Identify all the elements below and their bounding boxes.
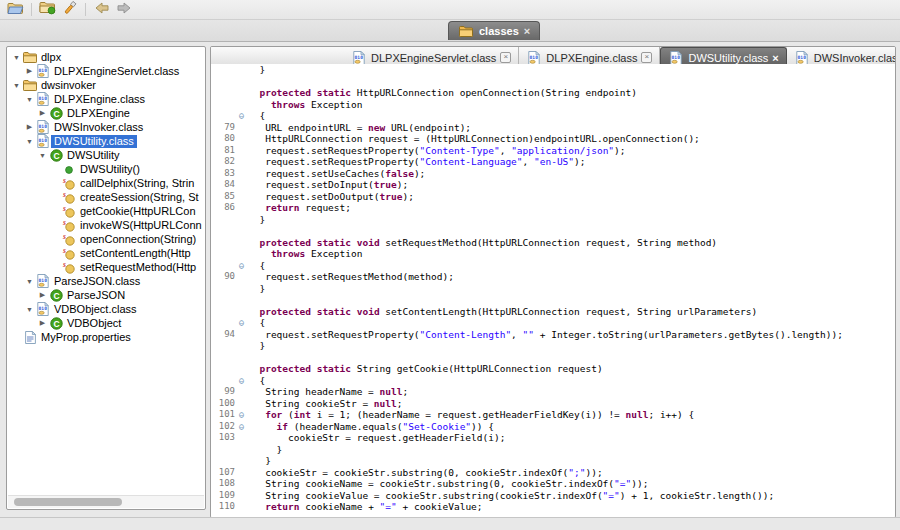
tree-expanded-arrow-icon[interactable]: ▼	[24, 96, 35, 103]
tree-item[interactable]: scallDelphix(String, Strin	[8, 176, 204, 190]
class-file-icon: 010	[35, 302, 51, 316]
code-editor[interactable]: } protected static HttpURLConnection ope…	[211, 64, 895, 517]
line-number	[211, 214, 235, 226]
tree-item[interactable]: ▶CVDBObject	[8, 316, 204, 330]
code-line: ⊖ {	[211, 375, 895, 387]
fold-spacer	[235, 168, 248, 180]
open-file-button[interactable]	[5, 1, 26, 18]
tree-expanded-arrow-icon[interactable]: ▼	[24, 278, 35, 285]
forward-button[interactable]	[113, 1, 134, 18]
back-button[interactable]	[91, 1, 112, 18]
tree-item[interactable]: ▶CParseJSON	[8, 288, 204, 302]
tree-item[interactable]: sgetCookie(HttpURLCon	[8, 204, 204, 218]
folder-icon	[22, 79, 38, 91]
line-number: 103	[211, 432, 235, 444]
line-number: 110	[211, 501, 235, 513]
close-icon[interactable]: ×	[524, 26, 530, 36]
tree-item[interactable]: ssetRequestMethod(Http	[8, 260, 204, 274]
tree-expanded-arrow-icon[interactable]: ▼	[11, 54, 22, 61]
class-file-icon: 010	[35, 120, 51, 134]
tree-item[interactable]: sopenConnection(String)	[8, 232, 204, 246]
code-text: }	[248, 214, 265, 226]
tree-item[interactable]: ▶CDLPXEngine	[8, 106, 204, 120]
fold-collapse-icon[interactable]: ⊖	[235, 110, 248, 122]
line-number: 80	[211, 133, 235, 145]
line-number: 82	[211, 156, 235, 168]
editor-panel: 010DLPXEngineServlet.class×010DLPXEngine…	[210, 46, 896, 518]
fold-spacer	[235, 179, 248, 191]
fold-spacer	[235, 306, 248, 318]
static-method-icon: s	[61, 219, 77, 232]
tree-item[interactable]: ▶010DWSInvoker.class	[8, 120, 204, 134]
code-line: 85 request.setDoOutput(true);	[211, 191, 895, 203]
fold-collapse-icon[interactable]: ⊖	[235, 409, 248, 421]
line-number: 108	[211, 478, 235, 490]
svg-text:010: 010	[39, 306, 48, 311]
code-text: {	[248, 375, 265, 387]
tree-horizontal-scrollbar[interactable]	[8, 495, 204, 508]
fold-collapse-icon[interactable]: ⊖	[235, 317, 248, 329]
tree-collapsed-arrow-icon[interactable]: ▶	[37, 291, 48, 299]
code-line: }	[211, 444, 895, 456]
tree-item[interactable]: ssetContentLength(Http	[8, 246, 204, 260]
tree-collapsed-arrow-icon[interactable]: ▶	[24, 123, 35, 131]
code-text: {	[248, 317, 265, 329]
code-line: throws Exception	[211, 99, 895, 111]
window-tab-bar: classes ×	[0, 20, 900, 42]
tree-collapsed-arrow-icon[interactable]: ▶	[37, 109, 48, 117]
tree-expanded-arrow-icon[interactable]: ▼	[11, 82, 22, 89]
tree-collapsed-arrow-icon[interactable]: ▶	[24, 67, 35, 75]
code-line	[211, 294, 895, 306]
tree-item[interactable]: ▶010DLPXEngineServlet.class	[8, 64, 204, 78]
fold-spacer	[235, 156, 248, 168]
tree-item[interactable]: ▼010DWSUtility.class	[8, 134, 204, 148]
tree-item-label: MyProp.properties	[38, 331, 134, 344]
tree-item[interactable]: ▼010DLPXEngine.class	[8, 92, 204, 106]
tree-item[interactable]: ▼CDWSUtility	[8, 148, 204, 162]
toolbar	[0, 0, 900, 20]
tree-item[interactable]: ▼010VDBObject.class	[8, 302, 204, 316]
tree-expanded-arrow-icon[interactable]: ▼	[24, 306, 35, 313]
window: { "window": { "tab_label": "classes" }, …	[0, 0, 900, 530]
scrollbar-thumb[interactable]	[14, 498, 122, 506]
tree-expanded-arrow-icon[interactable]: ▼	[37, 152, 48, 159]
svg-text:010: 010	[39, 138, 48, 143]
fold-spacer	[235, 490, 248, 502]
code-text: request.setDoOutput(true);	[248, 191, 414, 203]
tree-item[interactable]: ▼dwsinvoker	[8, 78, 204, 92]
code-text: URL endpointURL = new URL(endpoint);	[248, 122, 471, 134]
close-icon[interactable]: ×	[641, 52, 652, 63]
folder-icon	[458, 25, 474, 37]
line-number	[211, 363, 235, 375]
close-icon[interactable]: ×	[500, 52, 511, 63]
tree-expanded-arrow-icon[interactable]: ▼	[24, 138, 35, 145]
tab-classes[interactable]: classes ×	[448, 21, 540, 40]
fold-spacer	[235, 432, 248, 444]
code-text: }	[248, 455, 271, 467]
fold-spacer	[235, 352, 248, 364]
fold-collapse-icon[interactable]: ⊖	[235, 375, 248, 387]
svg-text:010: 010	[39, 96, 48, 101]
line-number: 86	[211, 202, 235, 214]
tree-item[interactable]: ▼dlpx	[8, 50, 204, 64]
fold-collapse-icon[interactable]: ⊖	[235, 421, 248, 433]
tree-item[interactable]: DWSUtility()	[8, 162, 204, 176]
svg-text:s: s	[62, 205, 66, 213]
tree-item[interactable]: sinvokeWS(HttpURLConn	[8, 218, 204, 232]
fold-collapse-icon[interactable]: ⊖	[235, 260, 248, 272]
status-bar	[0, 517, 900, 530]
search-button[interactable]	[59, 1, 80, 18]
tree-collapsed-arrow-icon[interactable]: ▶	[37, 319, 48, 327]
code-line: }	[211, 214, 895, 226]
line-number	[211, 317, 235, 329]
close-icon[interactable]: ×	[772, 53, 778, 63]
tree-item[interactable]: MyProp.properties	[8, 330, 204, 344]
tree-item[interactable]: screateSession(String, St	[8, 190, 204, 204]
tree-item[interactable]: ▼010ParseJSON.class	[8, 274, 204, 288]
code-line: 103 cookieStr = request.getHeaderField(i…	[211, 432, 895, 444]
flashlight-icon	[62, 0, 78, 20]
open-type-button[interactable]	[37, 1, 58, 18]
fold-spacer	[235, 122, 248, 134]
tree-item-label: DLPXEngine.class	[51, 93, 148, 106]
fold-spacer	[235, 340, 248, 352]
